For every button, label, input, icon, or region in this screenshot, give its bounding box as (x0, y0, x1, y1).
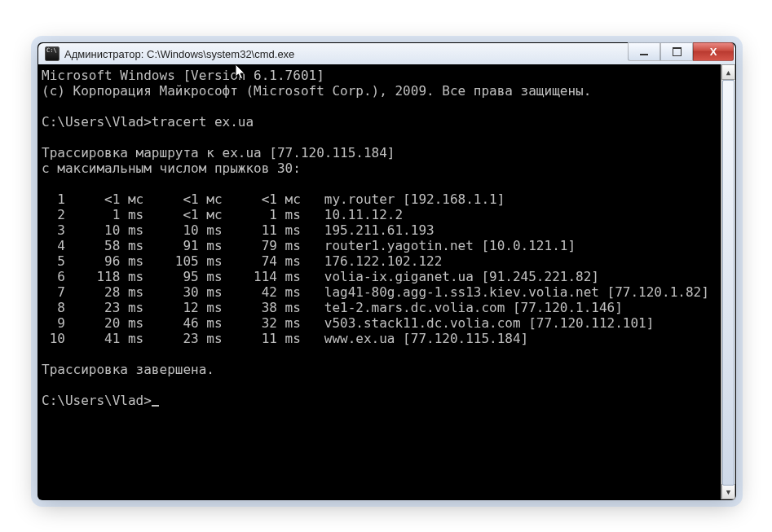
terminal-output[interactable]: Microsoft Windows [Version 6.1.7601] (c)… (38, 64, 721, 499)
titlebar[interactable]: Администратор: C:\Windows\system32\cmd.e… (38, 43, 735, 64)
cmd-window: Администратор: C:\Windows\system32\cmd.e… (37, 42, 736, 500)
scroll-track[interactable] (721, 80, 735, 484)
maximize-button[interactable] (660, 42, 693, 61)
close-button[interactable]: X (693, 42, 734, 61)
minimize-button[interactable] (628, 42, 660, 61)
vertical-scrollbar[interactable]: ▲ ▼ (721, 64, 735, 499)
cmd-icon (45, 46, 60, 61)
scroll-down-button[interactable]: ▼ (721, 484, 735, 499)
terminal-area: Microsoft Windows [Version 6.1.7601] (c)… (38, 64, 735, 499)
scroll-thumb[interactable] (722, 80, 735, 486)
scroll-up-button[interactable]: ▲ (721, 64, 735, 80)
window-controls: X (628, 42, 734, 61)
window-title: Администратор: C:\Windows\system32\cmd.e… (64, 48, 294, 60)
text-cursor (152, 405, 159, 407)
